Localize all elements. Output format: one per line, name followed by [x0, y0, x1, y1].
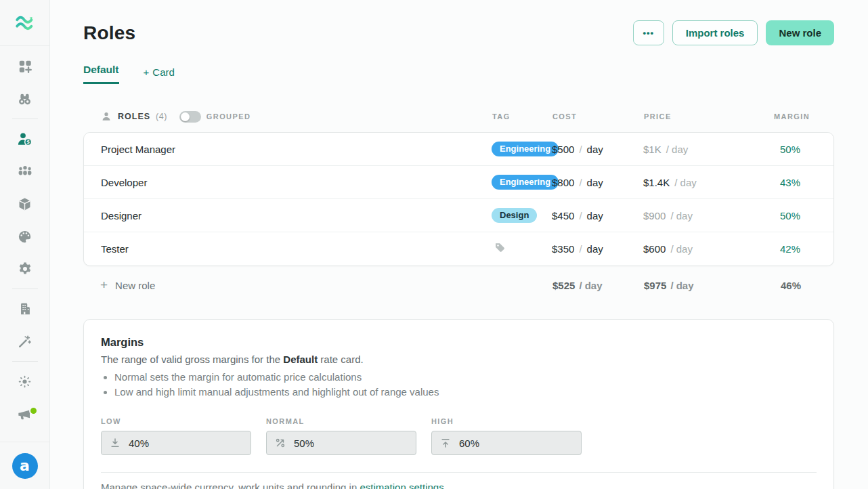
- table-row[interactable]: Designer Design $450/day $900/ day 50%: [84, 199, 833, 232]
- person-icon: [100, 110, 112, 123]
- sidebar-item-team[interactable]: [0, 155, 49, 188]
- app-logo[interactable]: [0, 0, 49, 46]
- palette-icon: [17, 229, 32, 244]
- high-margin-value: 60%: [459, 438, 479, 449]
- svg-text:$: $: [26, 139, 30, 145]
- gear-icon: [17, 261, 33, 277]
- normal-margin-value: 50%: [294, 438, 314, 449]
- toggle-knob: [181, 112, 190, 121]
- sidebar-item-appearance[interactable]: [0, 220, 49, 253]
- tag-icon[interactable]: [492, 242, 506, 253]
- low-margin-field: LOW 40%: [101, 417, 251, 455]
- average-cost: $525/ day: [552, 280, 644, 291]
- tab-add-card[interactable]: +Card: [144, 66, 175, 84]
- percent-arrow-icon: [274, 437, 286, 449]
- role-tag-cell: [492, 242, 552, 256]
- role-price: $600/ day: [643, 243, 735, 255]
- role-name: Developer: [101, 177, 492, 188]
- cube-icon: [17, 196, 32, 212]
- sidebar-item-roles[interactable]: $: [0, 123, 49, 155]
- role-margin: 42%: [735, 243, 809, 255]
- sidebar-item-theme[interactable]: [0, 365, 49, 398]
- role-tag-cell: Engineering: [492, 142, 552, 157]
- normal-margin-input[interactable]: 50%: [266, 431, 416, 455]
- column-header-price: PRICE: [644, 112, 735, 121]
- ellipsis-icon: •••: [643, 28, 654, 38]
- sidebar: $: [0, 0, 50, 489]
- average-margin: 46%: [735, 280, 810, 291]
- role-price: $1.4K/ day: [643, 177, 735, 188]
- high-margin-input[interactable]: 60%: [431, 431, 582, 455]
- low-margin-input[interactable]: 40%: [101, 431, 251, 455]
- bullet-item: Normal sets the margin for automatic pri…: [114, 370, 817, 385]
- new-role-button[interactable]: New role: [766, 20, 834, 45]
- role-tag-cell: Engineering: [492, 175, 552, 190]
- role-price: $900/ day: [643, 210, 735, 221]
- sidebar-item-whats-new[interactable]: [0, 398, 49, 430]
- margins-bullets: Normal sets the margin for automatic pri…: [106, 370, 817, 399]
- role-name: Tester: [101, 243, 492, 255]
- header-actions: ••• Import roles New role: [633, 20, 834, 45]
- sidebar-item-settings[interactable]: [0, 253, 49, 285]
- roles-count: (4): [156, 112, 167, 121]
- role-name: Designer: [101, 210, 492, 221]
- role-margin: 43%: [735, 177, 809, 188]
- sidebar-nav: $: [0, 46, 49, 430]
- normal-margin-field: NORMAL 50%: [266, 417, 416, 455]
- sidebar-item-organization[interactable]: [0, 293, 49, 325]
- role-cost: $350/day: [552, 243, 643, 255]
- import-roles-button[interactable]: Import roles: [672, 20, 758, 45]
- page-header: Roles ••• Import roles New role: [83, 20, 834, 45]
- grid-add-icon: [18, 59, 32, 74]
- roles-label: ROLES: [118, 112, 150, 121]
- table-row[interactable]: Developer Engineering $800/day $1.4K/ da…: [84, 166, 833, 199]
- low-label: LOW: [101, 417, 251, 425]
- page-title: Roles: [83, 22, 135, 44]
- column-header-margin: MARGIN: [735, 112, 810, 121]
- sidebar-divider: [12, 361, 38, 362]
- margins-card: Margins The range of valid gross margins…: [83, 319, 834, 489]
- bullet-item: Low and high limit manual adjustments an…: [114, 385, 817, 400]
- sidebar-item-modules[interactable]: [0, 188, 49, 220]
- waves-logo-icon: [15, 14, 35, 32]
- normal-label: NORMAL: [266, 417, 416, 425]
- high-margin-field: HIGH 60%: [431, 417, 582, 455]
- estimation-settings-link[interactable]: estimation settings.: [360, 482, 446, 489]
- help-widget-button[interactable]: a: [12, 453, 38, 479]
- plus-icon: +: [100, 278, 108, 293]
- binoculars-icon: [17, 91, 32, 107]
- grouped-toggle[interactable]: [179, 111, 201, 123]
- main-content: Roles ••• Import roles New role Default …: [50, 0, 868, 489]
- tag-pill[interactable]: Engineering: [492, 175, 559, 190]
- grouped-label: GROUPED: [207, 112, 251, 121]
- table-footer: + New role $525/ day $975/ day 46%: [83, 271, 834, 299]
- sidebar-divider: [12, 289, 38, 289]
- person-dollar-icon: $: [16, 131, 33, 148]
- role-cost: $500/day: [552, 144, 643, 155]
- more-options-button[interactable]: •••: [633, 20, 664, 45]
- add-new-role-label: New role: [115, 280, 155, 291]
- margin-fields: LOW 40% NORMAL: [101, 417, 817, 455]
- sidebar-item-automations[interactable]: [0, 325, 49, 358]
- role-margin: 50%: [735, 210, 809, 221]
- arrow-up-to-line-icon: [439, 437, 452, 449]
- column-header-cost: COST: [552, 112, 644, 121]
- roles-table: Project Manager Engineering $500/day $1K…: [83, 132, 834, 266]
- low-margin-value: 40%: [129, 438, 149, 449]
- tab-default[interactable]: Default: [83, 64, 119, 84]
- sidebar-item-add-widgets[interactable]: [0, 50, 49, 83]
- sidebar-item-find[interactable]: [0, 83, 49, 115]
- magic-wand-icon: [17, 334, 32, 349]
- building-icon: [18, 301, 32, 316]
- roles-header-group: ROLES (4) GROUPED: [100, 110, 492, 123]
- role-margin: 50%: [735, 144, 809, 155]
- tag-pill[interactable]: Engineering: [492, 142, 559, 157]
- help-logo-glyph: a: [20, 457, 30, 474]
- role-cost: $800/day: [552, 177, 643, 188]
- table-row[interactable]: Project Manager Engineering $500/day $1K…: [84, 133, 833, 166]
- tag-pill[interactable]: Design: [492, 208, 537, 224]
- margins-title: Margins: [101, 336, 817, 349]
- table-row[interactable]: Tester $350/day $600/ day 42%: [84, 232, 833, 265]
- arrow-down-to-line-icon: [109, 437, 121, 449]
- add-new-role-button[interactable]: + New role: [100, 278, 492, 293]
